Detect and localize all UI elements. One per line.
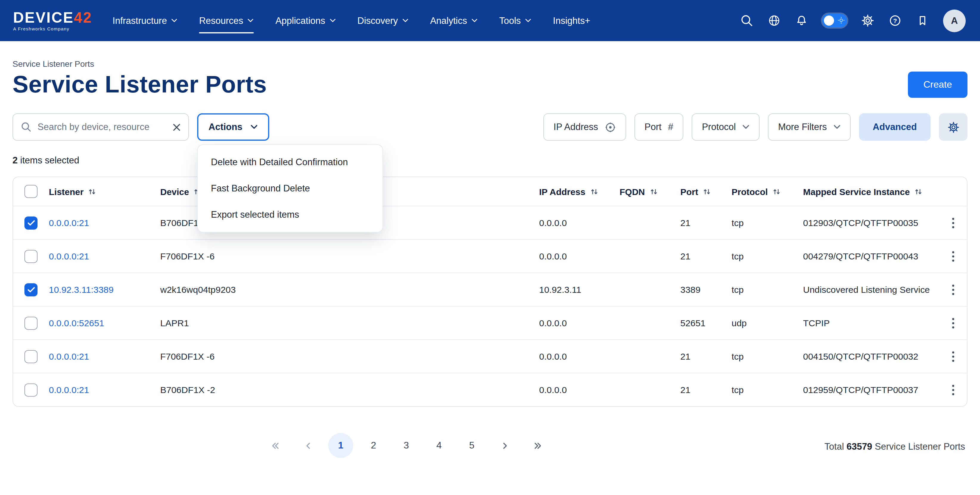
last-page-button[interactable] — [525, 433, 550, 458]
table-settings-button[interactable] — [939, 113, 967, 141]
breadcrumb[interactable]: Service Listener Ports — [13, 59, 967, 69]
nav-item-analytics[interactable]: Analytics — [430, 0, 478, 41]
menu-item-delete-detailed[interactable]: Delete with Detailed Confirmation — [198, 149, 382, 175]
page-button-5[interactable]: 5 — [459, 433, 484, 458]
column-header-fqdn[interactable]: FQDN — [620, 186, 680, 196]
svg-text:?: ? — [893, 17, 897, 24]
page-button-3[interactable]: 3 — [394, 433, 419, 458]
page-title: Service Listener Ports — [13, 71, 267, 98]
help-icon[interactable]: ? — [888, 14, 902, 27]
column-header-ip-address[interactable]: IP Address — [539, 186, 620, 196]
mapped-service-cell: 004150/QTCP/QTFTP00032 — [803, 351, 940, 361]
filter-port[interactable]: Port # — [635, 113, 684, 141]
clear-search-icon[interactable] — [173, 123, 180, 131]
filter-more[interactable]: More Filters — [768, 113, 851, 141]
bell-icon[interactable] — [795, 14, 808, 27]
sort-icon[interactable] — [590, 188, 598, 195]
listener-link[interactable]: 10.92.3.11:3389 — [49, 284, 113, 295]
nav-item-resources[interactable]: Resources — [199, 0, 254, 41]
nav-item-infrastructure[interactable]: Infrastructure — [113, 0, 178, 41]
listener-link[interactable]: 0.0.0.0:21 — [49, 218, 89, 228]
next-page-button[interactable] — [492, 433, 517, 458]
row-checkbox[interactable] — [24, 383, 38, 396]
chevron-down-icon — [250, 125, 258, 129]
table-row: 10.92.3.11:3389 w2k16wq04tp9203 10.92.3.… — [13, 273, 967, 306]
device-cell: B706DF1X -2 — [160, 385, 539, 395]
actions-menu: Delete with Detailed Confirmation Fast B… — [197, 144, 383, 233]
sort-icon[interactable] — [773, 188, 780, 195]
total-label: Total — [824, 441, 844, 452]
filter-protocol[interactable]: Protocol — [692, 113, 760, 141]
nav-item-tools[interactable]: Tools — [499, 0, 531, 41]
sort-icon[interactable] — [703, 188, 711, 195]
app-window: DEVICE42 A Freshworks Company Infrastruc… — [0, 0, 980, 495]
row-checkbox[interactable] — [24, 316, 38, 329]
protocol-cell: tcp — [732, 218, 803, 228]
row-checkbox[interactable] — [24, 283, 38, 296]
nav-item-label: Applications — [275, 15, 325, 26]
nav-item-insights[interactable]: Insights+ — [553, 0, 590, 41]
bookmark-icon[interactable] — [916, 14, 929, 27]
listener-link[interactable]: 0.0.0.0:52651 — [49, 318, 104, 328]
row-checkbox[interactable] — [24, 249, 38, 263]
create-button[interactable]: Create — [908, 71, 967, 97]
mapped-service-cell: TCPIP — [803, 318, 940, 328]
mapped-service-cell: 004279/QTCP/QTFTP00043 — [803, 251, 940, 261]
top-navbar: DEVICE42 A Freshworks Company Infrastruc… — [0, 0, 980, 41]
column-header-mapped-service[interactable]: Mapped Service Instance — [803, 186, 940, 196]
search-box[interactable] — [13, 113, 189, 141]
page-button-2[interactable]: 2 — [361, 433, 386, 458]
total-count: Total 63579 Service Listener Ports — [824, 441, 965, 452]
navbar-actions: ? A — [740, 9, 966, 32]
nav-item-label: Discovery — [358, 15, 398, 26]
search-icon — [21, 122, 32, 133]
protocol-cell: udp — [732, 318, 803, 328]
sort-icon[interactable] — [915, 188, 923, 195]
sort-icon[interactable] — [89, 188, 96, 195]
listener-ports-table: Listener Device IP Address FQDN Port Pro… — [13, 177, 967, 407]
column-header-protocol[interactable]: Protocol — [732, 186, 803, 196]
row-menu-icon[interactable] — [940, 217, 967, 228]
select-all-checkbox[interactable] — [24, 185, 38, 198]
total-value: 63579 — [846, 441, 872, 452]
device-cell: LAPR1 — [160, 318, 539, 328]
actions-dropdown[interactable]: Actions — [197, 113, 269, 141]
sort-icon[interactable] — [650, 188, 657, 195]
row-menu-icon[interactable] — [940, 251, 967, 262]
filter-ip-address[interactable]: IP Address — [543, 113, 626, 141]
row-menu-icon[interactable] — [940, 384, 967, 395]
nav-item-label: Insights+ — [553, 15, 590, 26]
menu-item-fast-delete[interactable]: Fast Background Delete — [198, 175, 382, 201]
first-page-button[interactable] — [263, 433, 288, 458]
page-button-4[interactable]: 4 — [426, 433, 452, 458]
pagination: 1 2 3 4 5 — [263, 433, 550, 458]
column-header-listener[interactable]: Listener — [49, 186, 160, 196]
menu-item-export[interactable]: Export selected items — [198, 201, 382, 228]
search-input[interactable] — [38, 122, 167, 133]
gear-icon[interactable] — [861, 14, 875, 27]
table-row: 0.0.0.0:21 B706DF1X -2 0.0.0.0 21 tcp 01… — [13, 373, 967, 406]
advanced-button[interactable]: Advanced — [859, 113, 931, 141]
row-menu-icon[interactable] — [940, 351, 967, 362]
prev-page-button[interactable] — [296, 433, 320, 458]
listener-link[interactable]: 0.0.0.0:21 — [49, 351, 89, 361]
device42-logo[interactable]: DEVICE42 A Freshworks Company — [13, 10, 92, 31]
column-header-port[interactable]: Port — [680, 186, 732, 196]
search-icon[interactable] — [740, 14, 754, 27]
row-menu-icon[interactable] — [940, 284, 967, 295]
globe-icon[interactable] — [767, 14, 781, 27]
row-checkbox[interactable] — [24, 350, 38, 363]
nav-item-discovery[interactable]: Discovery — [358, 0, 409, 41]
row-menu-icon[interactable] — [940, 318, 967, 328]
page-button-1[interactable]: 1 — [328, 433, 353, 458]
user-avatar[interactable]: A — [943, 9, 966, 32]
listener-link[interactable]: 0.0.0.0:21 — [49, 251, 89, 261]
page-content: Service Listener Ports Service Listener … — [0, 59, 980, 460]
row-checkbox[interactable] — [24, 216, 38, 229]
nav-item-applications[interactable]: Applications — [275, 0, 336, 41]
theme-toggle[interactable] — [822, 14, 847, 27]
actions-label: Actions — [208, 122, 242, 133]
chevron-down-icon — [171, 19, 178, 23]
listener-link[interactable]: 0.0.0.0:21 — [49, 385, 89, 395]
logo-tagline: A Freshworks Company — [13, 27, 92, 31]
